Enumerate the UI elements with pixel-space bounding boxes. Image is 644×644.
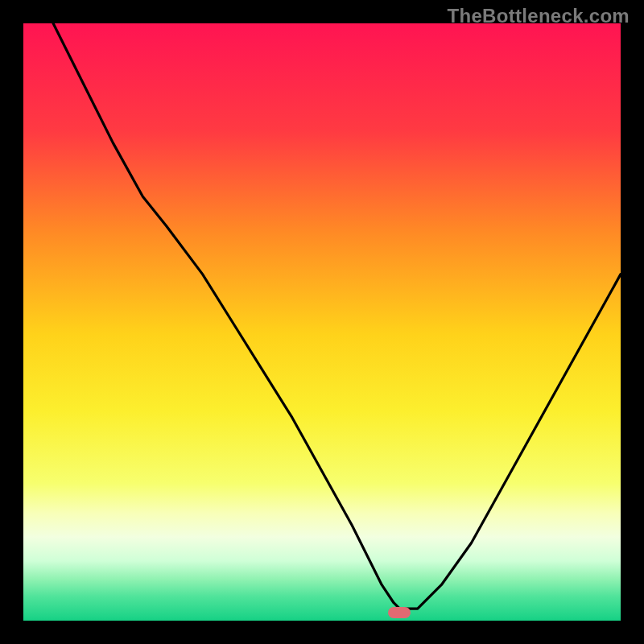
svg-rect-0: [23, 23, 621, 621]
optimal-point-marker: [388, 607, 411, 618]
plot-area: [23, 23, 621, 621]
chart-frame: TheBottleneck.com: [0, 0, 644, 644]
gradient-background: [23, 23, 621, 621]
bottleneck-curve: [23, 23, 621, 621]
